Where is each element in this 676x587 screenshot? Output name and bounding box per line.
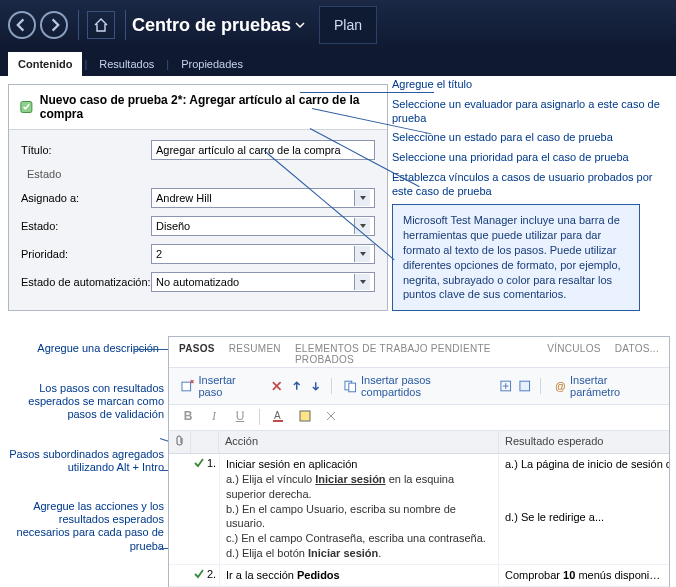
estado-select[interactable]: Diseño xyxy=(151,216,375,236)
auto-value: No automatizado xyxy=(156,276,239,288)
dropdown-button[interactable] xyxy=(354,274,370,290)
tab-pasos[interactable]: PASOS xyxy=(179,343,215,365)
expected-column-header: Resultado esperado xyxy=(499,431,669,453)
step-number: 2. xyxy=(207,568,216,580)
tab-datos[interactable]: DATOS... xyxy=(615,343,659,365)
app-title-text: Centro de pruebas xyxy=(132,15,291,36)
separator xyxy=(259,409,260,425)
format-toolbar: B I U A xyxy=(169,405,669,431)
separator xyxy=(125,10,126,40)
validation-step-icon xyxy=(193,568,205,580)
svg-text:@: @ xyxy=(555,380,566,392)
parameter-icon: @ xyxy=(553,379,566,393)
home-button[interactable] xyxy=(87,11,115,39)
substep: c.) En el campo Contraseña, escriba una … xyxy=(226,531,492,546)
title-bar: Centro de pruebas Plan xyxy=(0,0,676,50)
titulo-label: Título: xyxy=(21,144,151,156)
view-tabs: Contenido | Resultados | Propiedades xyxy=(0,50,676,76)
dropdown-button[interactable] xyxy=(354,246,370,262)
tab-contenido[interactable]: Contenido xyxy=(8,52,82,76)
callout-acciones: Agregue las acciones y los resultados es… xyxy=(4,500,164,553)
back-button[interactable] xyxy=(8,11,36,39)
paperclip-icon xyxy=(175,435,185,447)
asignado-value: Andrew Hill xyxy=(156,192,212,204)
separator xyxy=(78,10,79,40)
prioridad-value: 2 xyxy=(156,248,162,260)
steps-panel: PASOS RESUMEN ELEMENTOS DE TRABAJO PENDI… xyxy=(168,336,670,587)
clear-format-button[interactable] xyxy=(322,409,340,426)
expected-result: Comprobar 10 menús disponibles xyxy=(499,565,669,586)
separator xyxy=(331,378,332,394)
testcase-panel: Nuevo caso de prueba 2*: Agregar artícul… xyxy=(8,84,388,311)
panel-title: Nuevo caso de prueba 2*: Agregar artícul… xyxy=(40,93,377,121)
plan-button[interactable]: Plan xyxy=(319,6,377,44)
callout-toolbar-info: Microsoft Test Manager incluye una barra… xyxy=(392,204,640,311)
app-title[interactable]: Centro de pruebas xyxy=(132,15,305,36)
estado-legend: Estado xyxy=(27,168,375,180)
insert-parameter-button[interactable]: @ Insertar parámetro xyxy=(549,372,661,400)
insert-step-button[interactable]: Insertar paso xyxy=(177,372,264,400)
auto-label: Estado de automatización: xyxy=(21,276,151,288)
expected-result: d.) Se le redirige a... xyxy=(505,510,663,525)
dropdown-button[interactable] xyxy=(354,190,370,206)
steps-toolbar: Insertar paso Insertar pasos compartidos… xyxy=(169,368,669,405)
delete-step-icon[interactable] xyxy=(270,379,283,393)
shared-open-icon[interactable] xyxy=(499,379,512,393)
prioridad-label: Prioridad: xyxy=(21,248,151,260)
validation-step-icon xyxy=(193,457,205,469)
step-action: Ir a la sección Pedidos xyxy=(219,565,499,586)
svg-rect-8 xyxy=(273,420,283,422)
auto-select[interactable]: No automatizado xyxy=(151,272,375,292)
highlight-button[interactable] xyxy=(296,409,314,426)
chevron-down-icon xyxy=(295,20,305,30)
svg-rect-9 xyxy=(300,411,310,421)
shared-steps-icon xyxy=(344,379,357,393)
forward-button[interactable] xyxy=(40,11,68,39)
svg-text:A: A xyxy=(274,410,281,421)
substep: d.) Elija el botón Iniciar sesión. xyxy=(226,546,492,561)
italic-button[interactable]: I xyxy=(205,409,223,426)
callout-prioridad: Seleccione una prioridad para el caso de… xyxy=(392,151,672,165)
leader-line xyxy=(300,92,434,93)
estado-value: Diseño xyxy=(156,220,190,232)
substep: a.) Elija el vínculo Iniciar sesión en l… xyxy=(226,472,492,502)
substep: b.) En el campo Usuario, escriba su nomb… xyxy=(226,502,492,532)
callout-validacion: Los pasos con resultados esperados se ma… xyxy=(4,382,164,422)
svg-rect-1 xyxy=(182,382,191,391)
callout-title: Agregue el título xyxy=(392,78,672,92)
tab-resultados[interactable]: Resultados xyxy=(89,52,164,76)
callout-estado: Seleccione un estado para el caso de pru… xyxy=(392,131,672,145)
tab-resumen[interactable]: RESUMEN xyxy=(229,343,281,365)
insert-step-icon xyxy=(181,379,194,393)
font-color-button[interactable]: A xyxy=(270,409,288,426)
arrow-left-icon xyxy=(15,18,29,32)
underline-button[interactable]: U xyxy=(231,409,249,426)
prioridad-select[interactable]: 2 xyxy=(151,244,375,264)
shared-create-icon[interactable] xyxy=(518,379,531,393)
home-icon xyxy=(93,17,109,33)
svg-rect-3 xyxy=(348,383,355,392)
step-row[interactable]: 2. Ir a la sección Pedidos Comprobar 10 … xyxy=(169,565,669,587)
insert-shared-steps-button[interactable]: Insertar pasos compartidos xyxy=(340,372,493,400)
asignado-select[interactable]: Andrew Hill xyxy=(151,188,375,208)
testcase-icon xyxy=(19,99,34,115)
tab-propiedades[interactable]: Propiedades xyxy=(171,52,253,76)
move-down-icon[interactable] xyxy=(309,379,322,393)
attachment-column xyxy=(169,431,191,453)
number-column xyxy=(191,431,219,453)
tab-elementos[interactable]: ELEMENTOS DE TRABAJO PENDIENTE PROBADOS xyxy=(295,343,533,365)
steps-grid-body: 1. Iniciar sesión en aplicación a.) Elij… xyxy=(169,454,669,587)
tab-vinculos[interactable]: VÍNCULOS xyxy=(547,343,601,365)
move-up-icon[interactable] xyxy=(290,379,303,393)
arrow-right-icon xyxy=(47,18,61,32)
step-number: 1. xyxy=(207,457,216,469)
callout-vinculos: Establezca vínculos a casos de usuario p… xyxy=(392,171,672,199)
separator xyxy=(540,378,541,394)
estado-label: Estado: xyxy=(21,220,151,232)
step-row[interactable]: 1. Iniciar sesión en aplicación a.) Elij… xyxy=(169,454,669,565)
action-column-header: Acción xyxy=(219,431,499,453)
callout-evaluador: Seleccione un evaluador para asignarlo a… xyxy=(392,98,672,126)
expected-result: a.) La página de inicio de sesión dis... xyxy=(505,457,663,472)
steps-tabs: PASOS RESUMEN ELEMENTOS DE TRABAJO PENDI… xyxy=(169,337,669,368)
bold-button[interactable]: B xyxy=(179,409,197,426)
